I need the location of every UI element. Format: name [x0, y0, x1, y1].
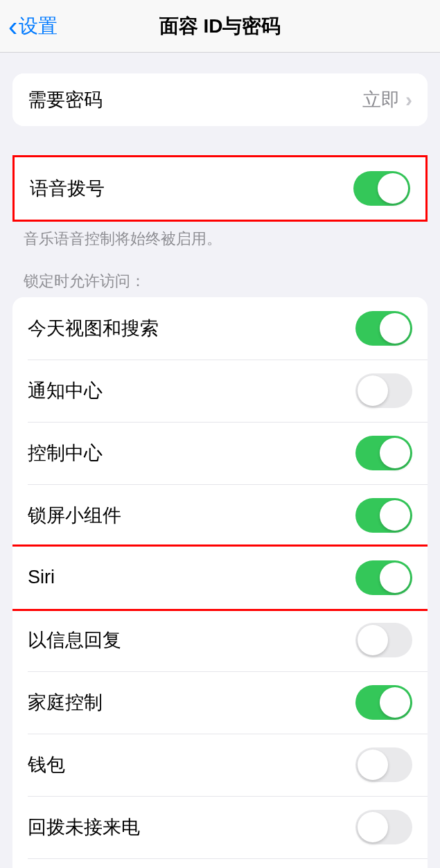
access-group: 今天视图和搜索通知中心控制中心锁屏小组件Siri以信息回复家庭控制钱包回拨未接来…: [12, 297, 428, 868]
access-row: 锁屏小组件: [12, 484, 428, 547]
access-header: 锁定时允许访问：: [0, 250, 440, 297]
access-toggle[interactable]: [355, 311, 412, 346]
access-row-label: Siri: [28, 567, 55, 588]
voice-dial-toggle[interactable]: [353, 171, 410, 206]
access-toggle[interactable]: [355, 560, 412, 595]
access-row: Siri: [12, 544, 428, 611]
toggle-thumb: [380, 500, 410, 531]
access-row-label: 回拨未接来电: [28, 815, 140, 840]
access-toggle[interactable]: [355, 747, 412, 782]
access-row-label: 钱包: [28, 752, 65, 777]
toggle-thumb: [380, 563, 410, 593]
toggle-thumb: [358, 625, 388, 655]
chevron-right-icon: ›: [405, 88, 412, 112]
access-row: 钱包: [12, 734, 428, 796]
access-toggle[interactable]: [355, 436, 412, 470]
access-row: 回拨未接来电: [12, 796, 428, 858]
toggle-thumb: [358, 750, 388, 780]
toggle-thumb: [380, 438, 410, 468]
access-toggle[interactable]: [355, 373, 412, 408]
access-toggle[interactable]: [355, 810, 412, 844]
page-title: 面容 ID与密码: [159, 13, 281, 39]
access-row-label: 家庭控制: [28, 690, 103, 715]
access-row-label: 锁屏小组件: [28, 503, 121, 528]
toggle-thumb: [378, 173, 408, 204]
toggle-thumb: [358, 375, 388, 406]
access-toggle[interactable]: [355, 685, 412, 720]
back-button[interactable]: ‹ 设置: [8, 12, 58, 40]
access-row: USB配件: [12, 858, 428, 868]
toggle-thumb: [380, 313, 410, 344]
passcode-group: 需要密码 立即 ›: [12, 73, 428, 126]
access-row-label: 通知中心: [28, 378, 103, 403]
access-row: 控制中心: [12, 422, 428, 484]
access-row: 通知中心: [12, 360, 428, 422]
access-row: 以信息回复: [12, 609, 428, 671]
voice-dial-row: 语音拨号: [15, 157, 425, 220]
voice-dial-footer: 音乐语音控制将始终被启用。: [0, 222, 440, 250]
access-row-label: 今天视图和搜索: [28, 316, 159, 341]
voice-dial-group: 语音拨号: [12, 155, 428, 222]
access-toggle[interactable]: [355, 623, 412, 657]
access-row: 家庭控制: [12, 671, 428, 734]
require-passcode-row[interactable]: 需要密码 立即 ›: [12, 73, 428, 126]
back-label: 设置: [19, 13, 58, 39]
toggle-thumb: [358, 812, 388, 842]
access-row-label: 控制中心: [28, 441, 103, 466]
require-passcode-value: 立即 ›: [362, 87, 412, 112]
access-row-label: 以信息回复: [28, 628, 121, 653]
nav-bar: ‹ 设置 面容 ID与密码: [0, 0, 440, 53]
access-toggle[interactable]: [355, 498, 412, 533]
require-passcode-label: 需要密码: [28, 87, 103, 112]
chevron-left-icon: ‹: [8, 12, 17, 40]
voice-dial-label: 语音拨号: [30, 176, 105, 201]
access-row: 今天视图和搜索: [12, 297, 428, 360]
toggle-thumb: [380, 687, 410, 718]
